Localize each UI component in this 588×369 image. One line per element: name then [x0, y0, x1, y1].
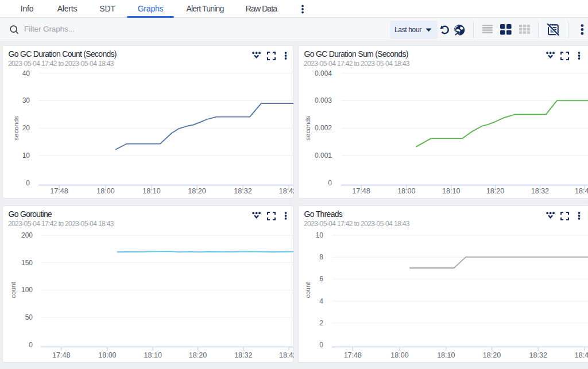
- svg-text:30: 30: [22, 96, 30, 104]
- svg-text:18:00: 18:00: [98, 351, 116, 359]
- svg-text:4: 4: [319, 297, 323, 305]
- svg-text:18:32: 18:32: [531, 187, 549, 195]
- svg-text:0: 0: [328, 179, 332, 187]
- svg-text:17:48: 17:48: [352, 187, 370, 195]
- svg-text:0.004: 0.004: [315, 69, 332, 77]
- svg-text:18:42: 18:42: [279, 187, 294, 195]
- svg-text:200: 200: [21, 231, 33, 239]
- svg-text:0.003: 0.003: [315, 96, 332, 104]
- svg-text:0: 0: [29, 341, 33, 349]
- svg-text:10: 10: [316, 231, 324, 239]
- svg-text:0.002: 0.002: [315, 124, 332, 132]
- svg-text:count: count: [10, 282, 17, 298]
- svg-text:6: 6: [319, 275, 323, 283]
- svg-text:18:00: 18:00: [390, 351, 408, 359]
- svg-text:count: count: [304, 282, 311, 298]
- svg-text:18:20: 18:20: [486, 187, 504, 195]
- svg-text:18:10: 18:10: [144, 351, 162, 359]
- svg-text:seconds: seconds: [13, 116, 20, 141]
- svg-text:18:00: 18:00: [96, 187, 114, 195]
- svg-text:18:10: 18:10: [437, 351, 455, 359]
- svg-text:18:20: 18:20: [188, 187, 206, 195]
- svg-text:8: 8: [319, 253, 323, 261]
- svg-text:18:32: 18:32: [529, 351, 547, 359]
- svg-text:0.001: 0.001: [315, 152, 332, 160]
- svg-text:50: 50: [25, 313, 33, 321]
- svg-text:17:48: 17:48: [52, 351, 70, 359]
- svg-text:18:00: 18:00: [397, 187, 415, 195]
- svg-text:20: 20: [22, 124, 30, 132]
- svg-text:18:42: 18:42: [575, 187, 588, 195]
- svg-text:150: 150: [21, 259, 33, 267]
- svg-text:40: 40: [22, 69, 30, 77]
- svg-text:18:42: 18:42: [279, 351, 294, 359]
- svg-text:18:10: 18:10: [442, 187, 460, 195]
- svg-text:18:32: 18:32: [234, 187, 252, 195]
- svg-text:0: 0: [26, 179, 30, 187]
- svg-text:100: 100: [21, 286, 33, 294]
- svg-text:18:20: 18:20: [189, 351, 207, 359]
- svg-text:17:48: 17:48: [344, 351, 362, 359]
- svg-text:18:32: 18:32: [234, 351, 252, 359]
- svg-text:10: 10: [22, 152, 30, 160]
- svg-text:18:10: 18:10: [142, 187, 160, 195]
- svg-text:seconds: seconds: [304, 116, 311, 141]
- svg-text:2: 2: [319, 319, 323, 327]
- svg-text:18:42: 18:42: [575, 351, 588, 359]
- svg-text:18:20: 18:20: [483, 351, 501, 359]
- svg-text:17:48: 17:48: [50, 187, 68, 195]
- svg-text:0: 0: [319, 341, 323, 349]
